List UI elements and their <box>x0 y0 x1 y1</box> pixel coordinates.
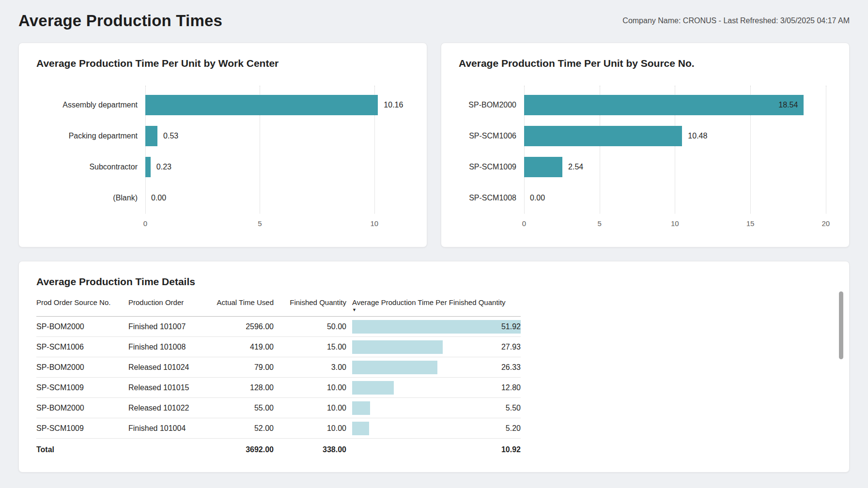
bar[interactable] <box>145 157 151 177</box>
cell-production-order: Finished 101008 <box>128 337 206 357</box>
table-body: SP-BOM2000Finished 1010072596.0050.0051.… <box>36 317 521 439</box>
axis-tick-label: 10 <box>671 219 679 228</box>
cell-actual-time: 128.00 <box>206 378 274 398</box>
bar-row: SP-SCM100610.48 <box>459 121 832 152</box>
data-bar-wrap: 12.80 <box>352 381 521 395</box>
table-data-bar <box>352 422 369 435</box>
table-data-bar <box>352 340 443 354</box>
cell-finished-qty: 3.00 <box>274 357 346 378</box>
cell-avg-value: 12.80 <box>501 383 521 392</box>
bar-track: 10.48 <box>524 121 829 152</box>
table-row[interactable]: SP-BOM2000Released 10102255.0010.005.50 <box>36 398 521 418</box>
category-label: SP-BOM2000 <box>459 101 524 109</box>
data-bar-wrap: 26.33 <box>352 360 521 375</box>
page-title: Average Production Times <box>18 12 222 30</box>
total-finished-qty: 338.00 <box>274 439 346 461</box>
axis-tick-label: 0 <box>143 219 147 228</box>
bar-value-label: 0.00 <box>530 194 545 202</box>
source-no-bar-chart: SP-BOM200018.54SP-SCM100610.48SP-SCM1009… <box>459 90 832 231</box>
bar-track: 10.16 <box>145 90 406 121</box>
cell-actual-time: 2596.00 <box>206 317 274 337</box>
bar-value-label: 0.23 <box>156 163 171 171</box>
cell-avg-time: 12.80 <box>346 378 521 398</box>
table-data-bar <box>352 401 370 415</box>
cell-avg-time: 5.50 <box>346 398 521 418</box>
table-row[interactable]: SP-SCM1009Finished 10100452.0010.005.20 <box>36 418 521 439</box>
cell-avg-value: 5.50 <box>506 404 521 412</box>
table-row[interactable]: SP-SCM1006Finished 101008419.0015.0027.9… <box>36 337 521 357</box>
table-row[interactable]: SP-SCM1009Released 101015128.0010.0012.8… <box>36 378 521 398</box>
cell-finished-qty: 50.00 <box>274 317 346 337</box>
x-axis: 05101520 <box>459 214 832 231</box>
data-bar-wrap: 5.20 <box>352 421 521 436</box>
table-row[interactable]: SP-BOM2000Finished 1010072596.0050.0051.… <box>36 317 521 337</box>
cell-production-order: Released 101015 <box>128 378 206 398</box>
bar[interactable] <box>524 157 562 177</box>
category-label: SP-SCM1009 <box>459 163 524 171</box>
axis-tick-label: 5 <box>258 219 262 228</box>
total-actual-time: 3692.00 <box>206 439 274 461</box>
bar-value-label: 10.16 <box>384 101 403 109</box>
cell-source-no: SP-BOM2000 <box>36 317 128 337</box>
source-no-chart-card: Average Production Time Per Unit by Sour… <box>441 43 850 247</box>
table-row[interactable]: SP-BOM2000Released 10102479.003.0026.33 <box>36 357 521 378</box>
table-data-bar <box>352 361 437 374</box>
cell-actual-time: 419.00 <box>206 337 274 357</box>
data-bar-wrap: 51.92 <box>352 320 521 334</box>
cell-avg-time: 51.92 <box>346 317 521 337</box>
work-center-chart-card: Average Production Time Per Unit by Work… <box>18 43 427 247</box>
vertical-scrollbar-thumb[interactable] <box>839 291 843 359</box>
column-header-avg-time-label: Average Production Time Per Finished Qua… <box>352 298 506 306</box>
bar[interactable] <box>145 95 378 115</box>
bar-row: Packing department0.53 <box>36 121 409 152</box>
axis-tick-label: 15 <box>746 219 755 228</box>
column-header-finished-qty[interactable]: Finished Quantity <box>274 296 346 317</box>
cell-source-no: SP-SCM1009 <box>36 418 128 439</box>
table-data-bar <box>352 320 521 334</box>
details-table-title: Average Production Time Details <box>36 276 832 288</box>
cell-avg-time: 5.20 <box>346 418 521 439</box>
bar-track: 0.53 <box>145 121 406 152</box>
details-table: Prod Order Source No. Production Order A… <box>36 296 521 461</box>
table-data-bar <box>352 381 394 395</box>
cell-production-order: Released 101022 <box>128 398 206 418</box>
cell-avg-value: 5.20 <box>506 424 521 433</box>
category-label: Subcontractor <box>36 163 145 171</box>
axis-track: 05101520 <box>524 214 829 231</box>
data-bar-wrap: 27.93 <box>352 340 521 354</box>
sort-descending-icon: ▼ <box>352 307 521 312</box>
column-header-production-order[interactable]: Production Order <box>128 296 206 317</box>
column-header-avg-time[interactable]: Average Production Time Per Finished Qua… <box>346 296 521 317</box>
cell-source-no: SP-SCM1009 <box>36 378 128 398</box>
details-table-card: Average Production Time Details Prod Ord… <box>18 261 850 473</box>
bar-row: Assembly department10.16 <box>36 90 409 121</box>
bar[interactable] <box>145 126 157 146</box>
bar-row: SP-BOM200018.54 <box>459 90 832 121</box>
bar-value-label: 10.48 <box>688 132 707 140</box>
cell-finished-qty: 10.00 <box>274 378 346 398</box>
work-center-bar-chart: Assembly department10.16Packing departme… <box>36 90 409 231</box>
dashboard-page: Average Production Times Company Name: C… <box>0 0 868 488</box>
bar-track: 18.54 <box>524 90 829 121</box>
cell-source-no: SP-BOM2000 <box>36 357 128 378</box>
bar-row: SP-SCM10092.54 <box>459 152 832 183</box>
column-header-source-no[interactable]: Prod Order Source No. <box>36 296 128 317</box>
bar[interactable] <box>524 126 682 146</box>
cell-actual-time: 79.00 <box>206 357 274 378</box>
cell-avg-value: 51.92 <box>501 322 521 331</box>
bar-track: 0.23 <box>145 152 406 183</box>
chart-plot-area: SP-BOM200018.54SP-SCM100610.48SP-SCM1009… <box>459 90 832 231</box>
charts-row: Average Production Time Per Unit by Work… <box>18 43 850 247</box>
cell-avg-time: 27.93 <box>346 337 521 357</box>
category-label: Packing department <box>36 132 145 140</box>
x-axis: 0510 <box>36 214 409 231</box>
axis-tick-label: 0 <box>522 219 526 228</box>
category-label: Assembly department <box>36 101 145 109</box>
cell-avg-value: 27.93 <box>501 343 521 351</box>
cell-finished-qty: 15.00 <box>274 337 346 357</box>
cell-actual-time: 55.00 <box>206 398 274 418</box>
cell-source-no: SP-BOM2000 <box>36 398 128 418</box>
source-no-chart-title: Average Production Time Per Unit by Sour… <box>459 58 832 69</box>
column-header-actual-time[interactable]: Actual Time Used <box>206 296 274 317</box>
bar[interactable] <box>524 95 804 115</box>
